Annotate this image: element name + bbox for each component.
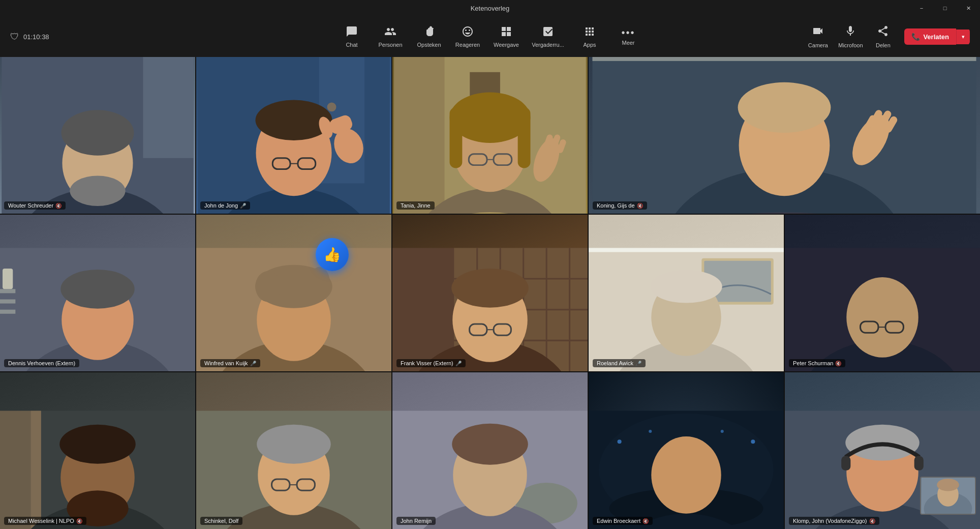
- svg-point-50: [60, 270, 135, 309]
- participant-cell-peter: Peter Schurman 🔇: [785, 215, 980, 371]
- svg-rect-118: [841, 456, 850, 471]
- participant-cell-tania: Tania, Jinne: [392, 57, 588, 214]
- name-tag-wouter: Wouter Schreuder 🔇: [4, 201, 66, 210]
- svg-point-104: [452, 424, 528, 465]
- toolbar: 🛡 01:10:38 Chat Personen: [0, 16, 980, 57]
- leave-button-group[interactable]: 📞 Verlaten ▾: [904, 28, 970, 45]
- window-controls: − □ ✕: [910, 0, 980, 16]
- view-button[interactable]: Weergave: [489, 20, 524, 53]
- meeting-button[interactable]: Vergaderru...: [528, 20, 568, 53]
- name-tag-klomp: Klomp, John (VodafoneZiggo) 🔇: [789, 517, 879, 525]
- camera-button[interactable]: Camera: [803, 20, 833, 53]
- svg-rect-24: [450, 107, 463, 168]
- timer-area: 🛡 01:10:38: [10, 32, 49, 42]
- shield-icon: 🛡: [10, 32, 19, 42]
- toolbar-right: Camera Microfoon Delen 📞 Verla: [803, 20, 970, 53]
- participant-cell-edwin: Edwin Broeckaert 🔇: [589, 372, 784, 529]
- svg-point-4: [61, 110, 134, 155]
- svg-point-96: [257, 425, 331, 464]
- name-tag-tania: Tania, Jinne: [396, 201, 435, 210]
- svg-point-5: [70, 175, 125, 206]
- participant-name-gijs: Koning, Gijs de: [597, 202, 635, 209]
- phone-icon: 📞: [911, 33, 920, 41]
- leave-chevron-button[interactable]: ▾: [956, 30, 970, 44]
- more-button[interactable]: ••• Meer: [611, 20, 646, 53]
- participant-cell-frank: Frank Visser (Extern) 🎤: [392, 215, 588, 371]
- svg-rect-45: [0, 300, 15, 304]
- mic-muted-icon-gijs: 🔇: [637, 203, 643, 209]
- apps-label: Apps: [583, 42, 596, 48]
- svg-rect-25: [518, 107, 531, 168]
- svg-point-113: [651, 436, 721, 514]
- more-label: Meer: [622, 40, 634, 46]
- chat-label: Chat: [346, 42, 357, 48]
- minimize-button[interactable]: −: [910, 0, 933, 16]
- participant-name-dennis: Dennis Verhoeven (Extern): [8, 360, 75, 366]
- svg-point-110: [721, 430, 724, 433]
- react-button[interactable]: Reageren: [450, 20, 485, 53]
- svg-rect-74: [589, 248, 784, 252]
- mic-icon-winfred: 🎤: [250, 361, 256, 366]
- participant-name-michael: Michael Wesselink | NLPO: [8, 518, 74, 524]
- participant-name-john: John de Jong: [204, 202, 238, 209]
- svg-point-55: [255, 271, 281, 302]
- react-label: Reageren: [455, 42, 480, 48]
- microfoon-icon: [844, 25, 856, 40]
- svg-rect-19: [394, 57, 444, 214]
- microfoon-button[interactable]: Microfoon: [835, 20, 866, 53]
- svg-point-69: [451, 269, 529, 308]
- raise-hand-icon: [423, 25, 435, 40]
- mic-icon-frank: 🎤: [455, 361, 462, 366]
- participant-cell-schinkel: Schinkel, Dolf: [196, 372, 391, 529]
- camera-label: Camera: [808, 42, 828, 48]
- svg-rect-34: [592, 57, 976, 61]
- mic-muted-icon-wouter: 🔇: [55, 203, 62, 209]
- camera-icon: [812, 25, 824, 40]
- delen-label: Delen: [876, 42, 891, 48]
- svg-rect-1: [143, 57, 193, 158]
- meeting-timer: 01:10:38: [23, 33, 49, 41]
- pip-video-klomp: [920, 477, 976, 515]
- mic-muted-icon-klomp: 🔇: [869, 518, 875, 524]
- participant-cell-remijn: John Remijn: [392, 372, 588, 529]
- view-icon: [500, 25, 512, 40]
- react-icon: [462, 25, 474, 40]
- leave-main-button[interactable]: 📞 Verlaten: [904, 28, 956, 45]
- svg-point-123: [937, 479, 959, 491]
- svg-rect-46: [0, 310, 15, 314]
- svg-rect-47: [3, 269, 13, 289]
- name-tag-dennis: Dennis Verhoeven (Extern): [4, 359, 79, 367]
- persons-button[interactable]: Personen: [373, 20, 408, 53]
- close-button[interactable]: ✕: [957, 0, 980, 16]
- participant-cell-klomp: Klomp, John (VodafoneZiggo) 🔇: [785, 372, 980, 529]
- name-tag-gijs: Koning, Gijs de 🔇: [593, 201, 647, 210]
- delen-button[interactable]: Delen: [868, 20, 898, 53]
- participant-name-remijn: John Remijn: [401, 518, 432, 524]
- restore-button[interactable]: □: [933, 0, 957, 16]
- toolbar-center: Chat Personen Opsteken: [334, 20, 646, 53]
- mic-muted-icon-edwin: 🔇: [642, 518, 649, 524]
- name-tag-schinkel: Schinkel, Dolf: [200, 517, 242, 525]
- participant-cell-roeland: Roeland Awick 🎤: [589, 215, 784, 371]
- participant-name-edwin: Edwin Broeckaert: [597, 518, 640, 524]
- name-tag-remijn: John Remijn: [396, 517, 436, 525]
- participant-name-frank: Frank Visser (Extern): [401, 360, 453, 366]
- participant-cell-gijs: Koning, Gijs de 🔇: [589, 57, 980, 214]
- svg-rect-88: [31, 411, 41, 529]
- leave-label: Verlaten: [923, 33, 949, 41]
- mic-muted-icon-peter: 🔇: [835, 361, 841, 366]
- svg-point-82: [846, 277, 918, 358]
- chat-icon: [346, 25, 358, 40]
- participant-name-peter: Peter Schurman: [793, 360, 833, 366]
- apps-button[interactable]: Apps: [572, 20, 607, 53]
- svg-point-108: [618, 439, 622, 444]
- delen-icon: [877, 25, 889, 40]
- chat-button[interactable]: Chat: [334, 20, 369, 53]
- participant-cell-john: John de Jong 🎤: [196, 57, 391, 214]
- raise-hand-button[interactable]: Opsteken: [412, 20, 446, 53]
- meeting-label: Vergaderru...: [532, 42, 564, 48]
- mic-muted-icon-michael: 🔇: [76, 518, 82, 524]
- apps-icon: [584, 25, 596, 40]
- name-tag-peter: Peter Schurman 🔇: [789, 359, 845, 367]
- svg-rect-119: [914, 456, 924, 471]
